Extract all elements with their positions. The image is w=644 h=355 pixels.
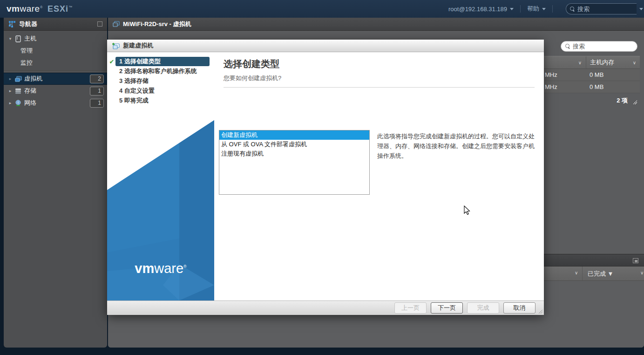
sidebar-item-label: 主机 — [24, 34, 36, 43]
page-title: MiWiFi-R2D-srv - 虚拟机 — [123, 20, 191, 28]
wizard-step-3[interactable]: 3 选择存储 — [108, 76, 210, 86]
brand-ware: ware — [20, 4, 40, 14]
navigator-title: 导航器 — [19, 20, 37, 28]
dialog-resize-grip-icon[interactable] — [538, 309, 542, 314]
content-tab-bar: MiWiFi-R2D-srv - 虚拟机 — [108, 18, 644, 31]
expand-right-icon[interactable]: ▸ — [7, 76, 13, 81]
creation-type-listbox[interactable]: 创建新虚拟机 从 OVF 或 OVA 文件部署虚拟机 注册现有虚拟机 — [219, 130, 370, 195]
navigator-header: 导航器 — [4, 18, 107, 31]
wizard-step-label: 2 选择名称和客户机操作系统 — [115, 67, 201, 76]
logo-ware: ware — [154, 261, 183, 276]
option-register-existing-vm[interactable]: 注册现有虚拟机 — [219, 149, 369, 158]
wizard-footer: 上一页 下一页 完成 取消 — [107, 300, 544, 315]
new-vm-wizard-dialog: 新建虚拟机 ✔ 1 选择创建类型 2 选择名称和客户机操作系统 3 选择存储 — [107, 40, 544, 315]
help-label: 帮助 — [527, 5, 539, 13]
sidebar-item-virtual-machines[interactable]: ▸ 虚拟机 2 — [4, 73, 107, 85]
option-deploy-ovf-ova[interactable]: 从 OVF 或 OVA 文件部署虚拟机 — [219, 140, 369, 149]
chevron-down-icon — [542, 8, 546, 10]
chevron-down-icon — [510, 8, 514, 10]
search-icon — [565, 44, 570, 49]
vmware-esxi-logo: vmware®ESXi™ — [7, 4, 73, 14]
sidebar-item-host[interactable]: ▾ 主机 — [4, 33, 107, 45]
wizard-step-label: 1 选择创建类型 — [115, 57, 210, 66]
sidebar-item-storage[interactable]: ▸ 存储 1 — [4, 85, 107, 97]
sidebar-item-label: 虚拟机 — [24, 75, 42, 83]
vm-count-badge: 2 — [90, 75, 104, 83]
wizard-steps-panel: ✔ 1 选择创建类型 2 选择名称和客户机操作系统 3 选择存储 4 自定义设置… — [107, 52, 214, 300]
cell-host-memory: 0 MB — [590, 71, 603, 78]
sidebar-item-monitor[interactable]: 监控 — [4, 57, 107, 69]
divider — [520, 5, 521, 13]
logo-vm: vm — [135, 261, 154, 276]
collapse-panel-icon[interactable] — [97, 21, 102, 27]
dialog-title-bar[interactable]: 新建虚拟机 — [107, 40, 544, 52]
vm-tab-icon — [113, 21, 120, 27]
search-icon — [570, 7, 575, 12]
column-host-memory[interactable]: 主机内存 ∨ — [586, 56, 640, 68]
vm-icon — [14, 76, 22, 82]
global-search[interactable] — [566, 3, 637, 14]
chevron-down-icon[interactable]: ∨ — [575, 270, 578, 275]
new-vm-icon — [112, 42, 120, 49]
column-label: 主机内存 — [590, 58, 614, 67]
wizard-step-label: 3 选择存储 — [115, 76, 152, 86]
wizard-step-4[interactable]: 4 自定义设置 — [108, 86, 210, 96]
divider — [552, 5, 553, 13]
wizard-steps-list: ✔ 1 选择创建类型 2 选择名称和客户机操作系统 3 选择存储 4 自定义设置… — [107, 52, 214, 105]
storage-icon — [14, 88, 22, 94]
navigator-panel: 导航器 ▾ 主机 管理 监控 ▸ 虚拟机 2 ▸ — [4, 18, 107, 348]
expand-right-icon[interactable]: ▸ — [7, 89, 13, 93]
navigator-tree-icon — [8, 20, 16, 28]
back-button[interactable]: 上一页 — [394, 302, 427, 314]
expand-down-icon[interactable]: ▾ — [7, 36, 13, 41]
wizard-page-subtitle: 您要如何创建虚拟机? — [224, 74, 544, 82]
global-search-input[interactable] — [577, 6, 624, 13]
user-menu-label: root@192.168.31.189 — [448, 6, 507, 13]
wizard-step-5[interactable]: 5 即将完成 — [108, 96, 210, 105]
wizard-step-1[interactable]: ✔ 1 选择创建类型 — [108, 57, 210, 66]
divider — [4, 70, 107, 71]
vm-list-search-input[interactable] — [573, 43, 624, 50]
vmware-logo: vmware® — [107, 261, 214, 276]
network-count-badge: 1 — [90, 99, 104, 108]
help-menu[interactable]: 帮助 — [527, 5, 546, 13]
host-icon — [14, 35, 22, 42]
network-icon — [14, 100, 22, 106]
search-dropdown-icon[interactable] — [639, 8, 643, 10]
brand-esxi: ESXi — [47, 4, 68, 14]
expand-right-icon[interactable]: ▸ — [7, 101, 13, 105]
wizard-step-label: 5 即将完成 — [115, 96, 152, 105]
check-icon: ✔ — [108, 58, 115, 65]
finish-button[interactable]: 完成 — [467, 302, 499, 314]
cancel-button[interactable]: 取消 — [503, 302, 536, 314]
wizard-content: 选择创建类型 您要如何创建虚拟机? 创建新虚拟机 从 OVF 或 OVA 文件部… — [214, 52, 544, 300]
resize-grip-icon[interactable] — [633, 100, 637, 104]
chevron-down-icon[interactable]: ∨ — [578, 60, 582, 65]
column-label: 已完成 ▼ — [588, 270, 613, 278]
next-button[interactable]: 下一页 — [431, 302, 463, 314]
sidebar-item-label: 监控 — [20, 59, 33, 67]
chevron-down-icon[interactable]: ∨ — [640, 270, 644, 275]
sidebar-item-label: 管理 — [20, 47, 33, 55]
vm-list-search[interactable] — [561, 41, 637, 52]
chevron-down-icon[interactable]: ∨ — [633, 60, 636, 65]
option-description: 此选项将指导您完成创建新虚拟机的过程。您可以自定义处理器、内存、网络连接和存储。… — [377, 131, 538, 161]
mouse-cursor — [462, 205, 471, 216]
dialog-title: 新建虚拟机 — [123, 41, 153, 50]
column-completed[interactable]: 已完成 ▼ — [588, 270, 613, 278]
row-count: 2 项 — [617, 96, 628, 105]
cell-host-cpu: MHz — [545, 83, 557, 90]
user-menu[interactable]: root@192.168.31.189 — [448, 6, 514, 13]
sidebar-item-manage[interactable]: 管理 — [4, 45, 107, 57]
wizard-page-title: 选择创建类型 — [224, 58, 544, 70]
sidebar-item-label: 存储 — [24, 87, 36, 95]
storage-count-badge: 1 — [90, 87, 104, 96]
cell-host-memory: 0 MB — [590, 83, 603, 90]
restore-pane-icon[interactable] — [633, 258, 638, 263]
navigator-tree: ▾ 主机 管理 监控 ▸ 虚拟机 2 ▸ 存储 1 — [4, 31, 107, 109]
brand-vm: vm — [7, 4, 20, 14]
option-create-new-vm[interactable]: 创建新虚拟机 — [219, 130, 369, 140]
sidebar-item-label: 网络 — [24, 99, 36, 107]
wizard-step-2[interactable]: 2 选择名称和客户机操作系统 — [108, 67, 210, 76]
sidebar-item-networking[interactable]: ▸ 网络 1 — [4, 97, 107, 109]
